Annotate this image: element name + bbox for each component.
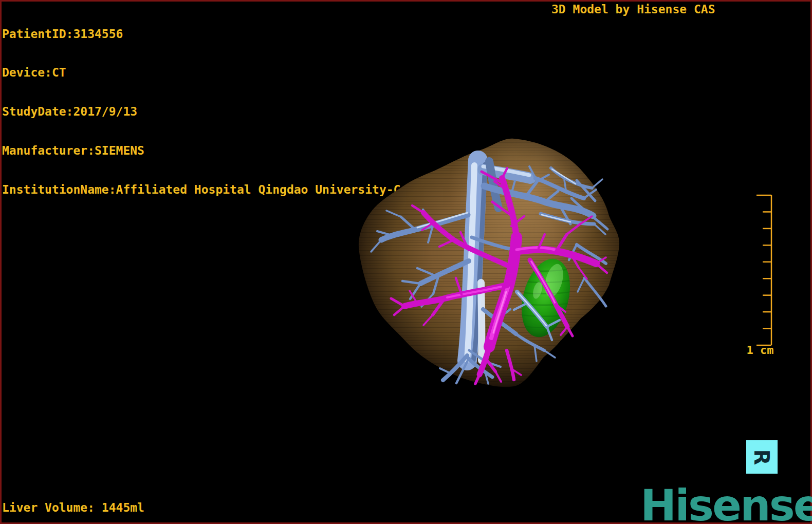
orientation-marker[interactable]: R <box>746 440 778 474</box>
scale-bar <box>743 192 774 347</box>
scale-bar-label: 1 cm <box>743 344 777 357</box>
device-line: Device:CT <box>2 66 400 79</box>
hisense-logo: Hisense <box>640 484 812 524</box>
orientation-letter: R <box>752 449 772 465</box>
institution-line: InstitutionName:Affiliated Hospital Qing… <box>2 183 400 196</box>
patient-id-line: PatientID:3134556 <box>2 28 400 41</box>
patient-info-block: PatientID:3134556 Device:CT StudyDate:20… <box>2 2 400 222</box>
liver-3d-model[interactable] <box>355 128 622 390</box>
study-date-line: StudyDate:2017/9/13 <box>2 105 400 118</box>
manufacturer-line: Manufacturer:SIEMENS <box>2 144 400 157</box>
liver-volume-text: Liver Volume: 1445ml <box>2 501 144 514</box>
watermark-text: 3D Model by Hisense CAS <box>551 3 715 16</box>
viewer-window: PatientID:3134556 Device:CT StudyDate:20… <box>0 0 812 524</box>
